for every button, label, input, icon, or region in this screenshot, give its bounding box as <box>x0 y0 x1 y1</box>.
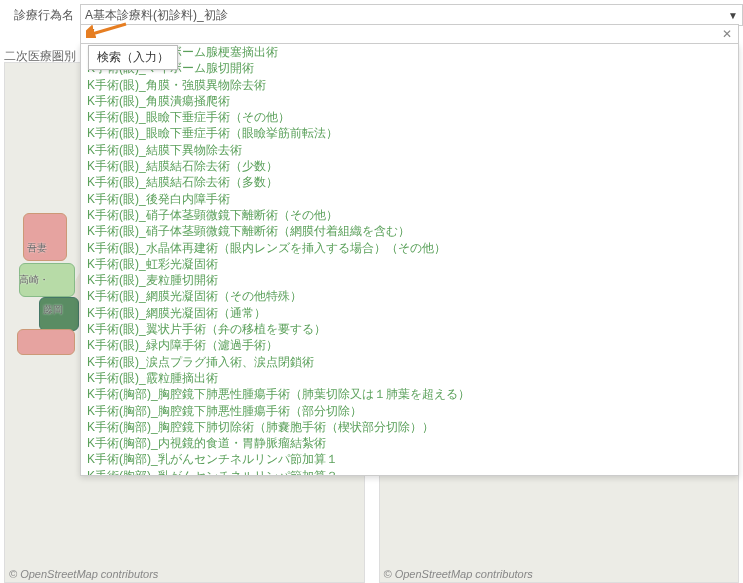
dropdown-option[interactable]: K手術(眼)_涙点プラグ挿入術、涙点閉鎖術 <box>81 354 738 370</box>
map-attribution: © OpenStreetMap contributors <box>9 568 158 580</box>
dropdown-option[interactable]: K手術(眼)_硝子体茎顕微鏡下離断術（その他） <box>81 207 738 223</box>
map-region-label: 吾妻 <box>27 241 47 255</box>
dropdown-option[interactable]: K手術(眼)_水晶体再建術（眼内レンズを挿入する場合）（その他） <box>81 240 738 256</box>
dropdown-option[interactable]: K手術(胸部)_胸腔鏡下肺切除術（肺嚢胞手術（楔状部分切除）） <box>81 419 738 435</box>
map-attribution: © OpenStreetMap contributors <box>384 568 533 580</box>
caret-down-icon: ▼ <box>728 10 738 21</box>
dropdown-option[interactable]: K手術(眼)_翼状片手術（弁の移植を要する） <box>81 321 738 337</box>
dropdown-option[interactable]: K手術(胸部)_乳がんセンチネルリンパ節加算２ <box>81 468 738 476</box>
procedure-dropdown[interactable]: A基本診療料(初診料)_初診 ▼ <box>80 4 743 26</box>
map-region-label: 藤岡 <box>43 303 63 317</box>
dropdown-option[interactable]: K手術(眼)_後発白内障手術 <box>81 191 738 207</box>
dropdown-option[interactable]: K手術(眼)_眼瞼下垂症手術（その他） <box>81 109 738 125</box>
procedure-label: 診療行為名 <box>0 7 80 24</box>
dropdown-option[interactable]: K手術(胸部)_乳がんセンチネルリンパ節加算１ <box>81 451 738 467</box>
dropdown-search-input[interactable] <box>85 26 720 42</box>
dropdown-option[interactable]: K手術(眼)_網膜光凝固術（その他特殊） <box>81 288 738 304</box>
dropdown-selected-value: A基本診療料(初診料)_初診 <box>85 7 228 24</box>
dropdown-option[interactable]: K手術(胸部)_胸腔鏡下肺悪性腫瘍手術（部分切除） <box>81 403 738 419</box>
dropdown-option[interactable]: K手術(眼)_虹彩光凝固術 <box>81 256 738 272</box>
dropdown-option[interactable]: K手術(胸部)_胸腔鏡下肺悪性腫瘍手術（肺葉切除又は１肺葉を超える） <box>81 386 738 402</box>
dropdown-option[interactable]: K手術(眼)_霰粒腫摘出術 <box>81 370 738 386</box>
dropdown-option[interactable]: K手術(眼)_眼瞼下垂症手術（眼瞼挙筋前転法） <box>81 125 738 141</box>
dropdown-option[interactable]: K手術(眼)_結膜下異物除去術 <box>81 142 738 158</box>
dropdown-option[interactable]: K手術(眼)_硝子体茎顕微鏡下離断術（網膜付着組織を含む） <box>81 223 738 239</box>
dropdown-option[interactable]: K手術(眼)_網膜光凝固術（通常） <box>81 305 738 321</box>
dropdown-option[interactable]: K手術(眼)_角膜・強膜異物除去術 <box>81 77 738 93</box>
search-tooltip: 検索（入力） <box>88 45 178 70</box>
dropdown-options-list[interactable]: K手術(眼)_マイボーム腺梗塞摘出術K手術(眼)_マイボーム腺切開術K手術(眼)… <box>80 44 739 476</box>
map-region[interactable] <box>17 329 75 355</box>
dropdown-option[interactable]: K手術(眼)_麦粒腫切開術 <box>81 272 738 288</box>
dropdown-option[interactable]: K手術(胸部)_内視鏡的食道・胃静脈瘤結紮術 <box>81 435 738 451</box>
dropdown-option[interactable]: K手術(眼)_マイボーム腺梗塞摘出術 <box>81 44 738 60</box>
map-region-label: 高崎・ <box>19 273 49 287</box>
dropdown-option[interactable]: K手術(眼)_緑内障手術（濾過手術） <box>81 337 738 353</box>
dropdown-option[interactable]: K手術(眼)_結膜結石除去術（少数） <box>81 158 738 174</box>
clear-search-icon[interactable]: ✕ <box>720 27 734 41</box>
dropdown-search-row: ✕ <box>80 24 739 44</box>
dropdown-option[interactable]: K手術(眼)_角膜潰瘍掻爬術 <box>81 93 738 109</box>
dropdown-option[interactable]: K手術(眼)_マイボーム腺切開術 <box>81 60 738 76</box>
dropdown-option[interactable]: K手術(眼)_結膜結石除去術（多数） <box>81 174 738 190</box>
